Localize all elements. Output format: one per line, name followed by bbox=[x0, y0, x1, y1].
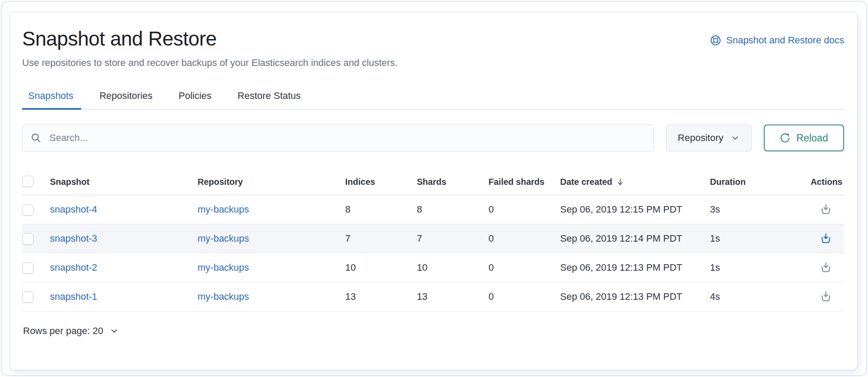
column-header-indices[interactable]: Indices bbox=[345, 170, 417, 195]
repository-link[interactable]: my-backups bbox=[198, 233, 249, 244]
repository-link[interactable]: my-backups bbox=[198, 204, 249, 215]
snapshots-table: Snapshot Repository Indices Shards Faile… bbox=[22, 170, 844, 311]
table-row: snapshot-2my-backups10100Sep 06, 2019 12… bbox=[22, 253, 844, 282]
row-checkbox[interactable] bbox=[22, 233, 33, 245]
indices-count: 13 bbox=[345, 291, 356, 302]
snapshot-link[interactable]: snapshot-2 bbox=[50, 262, 97, 273]
duration: 3s bbox=[710, 204, 720, 215]
indices-count: 8 bbox=[345, 204, 350, 215]
shards-count: 8 bbox=[417, 204, 422, 215]
search-box bbox=[22, 125, 654, 151]
rows-per-page-button[interactable]: Rows per page: 20 bbox=[22, 323, 120, 339]
date-created: Sep 06, 2019 12:13 PM PDT bbox=[560, 291, 682, 302]
chevron-down-icon bbox=[730, 133, 740, 143]
duration: 1s bbox=[710, 233, 720, 244]
row-checkbox[interactable] bbox=[22, 292, 33, 303]
failed-shards-count: 0 bbox=[488, 291, 494, 302]
search-input[interactable] bbox=[49, 132, 646, 144]
duration: 1s bbox=[710, 262, 720, 273]
column-header-duration[interactable]: Duration bbox=[710, 170, 808, 195]
restore-button[interactable] bbox=[820, 291, 832, 303]
column-header-failed-shards[interactable]: Failed shards bbox=[488, 170, 560, 195]
column-header-snapshot[interactable]: Snapshot bbox=[50, 170, 198, 195]
column-header-date-created[interactable]: Date created bbox=[560, 170, 710, 195]
table-row: snapshot-1my-backups13130Sep 06, 2019 12… bbox=[22, 282, 844, 311]
reload-button-label: Reload bbox=[796, 132, 828, 144]
failed-shards-count: 0 bbox=[488, 204, 494, 215]
indices-count: 7 bbox=[345, 233, 350, 244]
restore-icon bbox=[820, 233, 832, 245]
column-header-shards[interactable]: Shards bbox=[417, 170, 488, 195]
row-checkbox[interactable] bbox=[22, 262, 33, 274]
restore-icon bbox=[820, 262, 832, 274]
chevron-down-icon bbox=[109, 326, 119, 336]
tab-repositories[interactable]: Repositories bbox=[93, 85, 160, 109]
failed-shards-count: 0 bbox=[488, 262, 494, 273]
column-header-actions: Actions bbox=[808, 170, 844, 195]
restore-icon bbox=[820, 291, 832, 303]
repository-filter-label: Repository bbox=[678, 132, 723, 144]
help-icon bbox=[710, 35, 721, 46]
restore-button[interactable] bbox=[820, 203, 832, 216]
repository-filter-button[interactable]: Repository bbox=[666, 125, 752, 151]
snapshot-link[interactable]: snapshot-4 bbox=[50, 204, 97, 215]
sort-descending-icon bbox=[616, 177, 625, 187]
table-footer: Rows per page: 20 bbox=[22, 323, 844, 339]
repository-link[interactable]: my-backups bbox=[198, 291, 249, 302]
column-header-repository[interactable]: Repository bbox=[198, 170, 345, 195]
shards-count: 10 bbox=[417, 262, 427, 273]
toolbar: Repository Reload bbox=[22, 125, 844, 151]
tab-snapshots[interactable]: Snapshots bbox=[22, 85, 81, 109]
restore-button[interactable] bbox=[820, 262, 832, 274]
refresh-icon bbox=[780, 133, 790, 143]
tab-restore-status[interactable]: Restore Status bbox=[231, 85, 309, 109]
shards-count: 13 bbox=[417, 291, 427, 302]
page-title: Snapshot and Restore bbox=[22, 27, 217, 50]
shards-count: 7 bbox=[417, 233, 422, 244]
failed-shards-count: 0 bbox=[488, 233, 494, 244]
page-header: Snapshot and Restore Snapshot and Restor… bbox=[22, 27, 844, 50]
page-subtitle: Use repositories to store and recover ba… bbox=[22, 57, 844, 69]
indices-count: 10 bbox=[345, 262, 356, 273]
restore-icon bbox=[820, 203, 832, 216]
snapshot-restore-panel: Snapshot and Restore Snapshot and Restor… bbox=[10, 12, 858, 370]
table-row: snapshot-3my-backups770Sep 06, 2019 12:1… bbox=[22, 224, 844, 253]
duration: 4s bbox=[710, 291, 720, 302]
search-icon bbox=[30, 132, 42, 144]
docs-link[interactable]: Snapshot and Restore docs bbox=[710, 35, 844, 46]
rows-per-page-label: Rows per page: 20 bbox=[23, 325, 103, 337]
repository-link[interactable]: my-backups bbox=[198, 262, 249, 273]
docs-link-label: Snapshot and Restore docs bbox=[726, 35, 844, 46]
table-header-row: Snapshot Repository Indices Shards Faile… bbox=[22, 170, 844, 195]
row-checkbox[interactable] bbox=[22, 204, 33, 216]
date-created: Sep 06, 2019 12:13 PM PDT bbox=[560, 262, 682, 273]
restore-button[interactable] bbox=[820, 233, 832, 245]
snapshot-link[interactable]: snapshot-3 bbox=[50, 233, 97, 244]
date-created: Sep 06, 2019 12:14 PM PDT bbox=[560, 233, 682, 244]
snapshot-link[interactable]: snapshot-1 bbox=[50, 291, 97, 302]
date-created: Sep 06, 2019 12:15 PM PDT bbox=[560, 204, 682, 215]
reload-button[interactable]: Reload bbox=[764, 125, 844, 151]
select-all-checkbox[interactable] bbox=[22, 176, 33, 187]
tab-bar: SnapshotsRepositoriesPoliciesRestore Sta… bbox=[22, 85, 844, 110]
table-row: snapshot-4my-backups880Sep 06, 2019 12:1… bbox=[22, 195, 844, 224]
tab-policies[interactable]: Policies bbox=[172, 85, 219, 109]
